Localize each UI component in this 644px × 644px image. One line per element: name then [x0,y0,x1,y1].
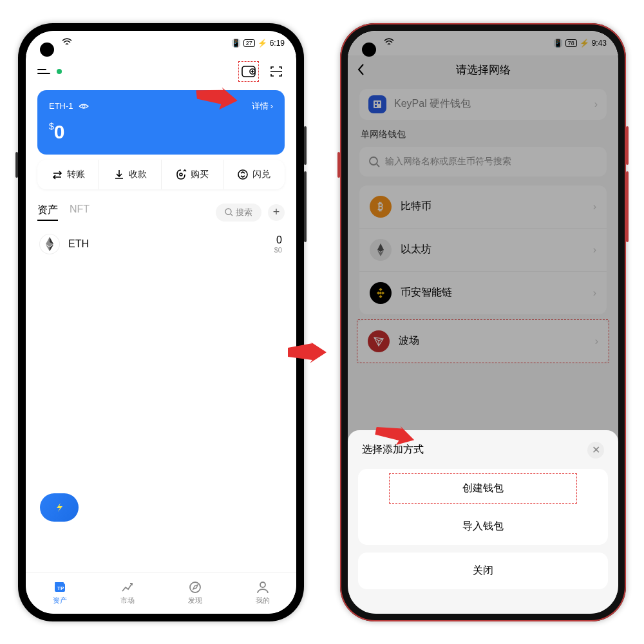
svg-point-4 [82,105,85,108]
nav-assets[interactable]: TP 资产 [26,573,93,614]
svg-point-5 [180,173,182,176]
action-sheet: 选择添加方式 ✕ 创建钱包 导入钱包 关闭 [348,430,618,614]
tab-nft[interactable]: NFT [70,204,90,221]
token-amount: 0 [276,234,282,245]
nav-me[interactable]: 我的 [229,573,296,614]
battery-level: 27 [243,39,255,47]
add-wallet-icon[interactable] [240,63,257,80]
token-row[interactable]: ETH 0 $0 [40,234,282,254]
transfer-button[interactable]: 转账 [37,160,99,189]
nav-discover[interactable]: 发现 [161,573,229,614]
connection-status-dot [57,69,62,74]
svg-marker-0 [288,341,327,363]
tab-assets[interactable]: 资产 [37,204,58,221]
add-token-button[interactable]: + [268,204,285,221]
svg-text:TP: TP [57,585,64,591]
import-wallet-button[interactable]: 导入钱包 [358,508,608,545]
nav-market[interactable]: 市场 [93,573,161,614]
eth-icon [40,234,59,254]
fab-button[interactable] [40,493,79,522]
wallet-card[interactable]: ETH-1 详情 › $0 [37,90,285,155]
status-time: 6:19 [270,39,285,48]
svg-marker-1 [193,79,240,115]
svg-rect-9 [55,582,64,584]
token-symbol: ETH [68,238,89,250]
svg-point-12 [260,582,265,587]
create-wallet-button[interactable]: 创建钱包 [390,474,576,503]
token-fiat: $0 [274,246,282,254]
svg-point-7 [225,209,231,214]
receive-button[interactable]: 收款 [99,160,160,189]
swap-button[interactable]: 闪兑 [223,160,285,189]
sheet-close-button[interactable]: 关闭 [358,553,608,589]
menu-icon[interactable] [37,69,50,74]
close-icon[interactable]: ✕ [587,442,604,459]
wallet-balance: 0 [54,121,65,142]
search-button[interactable]: 搜索 [216,204,261,222]
wallet-name: ETH-1 [49,101,73,111]
buy-button[interactable]: 购买 [161,160,223,189]
scan-icon[interactable] [268,63,285,80]
status-bar: 📳 27 ⚡ 6:19 [26,31,296,55]
wallet-detail-link[interactable]: 详情 [252,100,269,112]
svg-point-11 [190,582,200,592]
